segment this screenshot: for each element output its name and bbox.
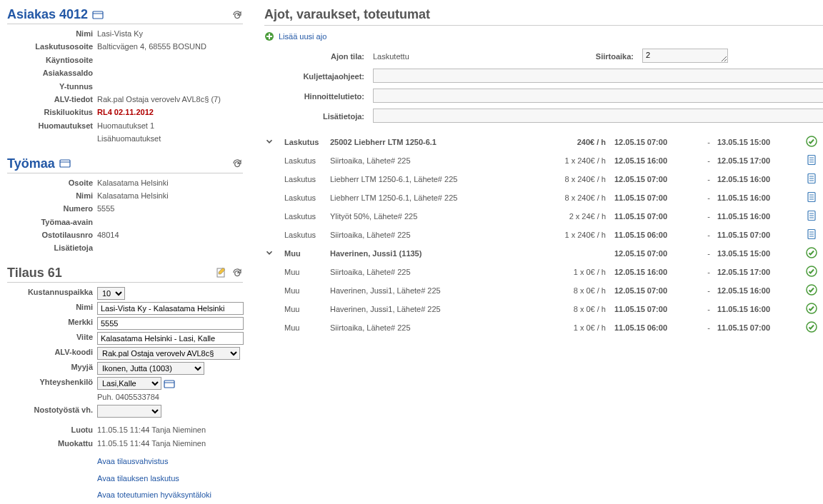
right-title: Ajot, varaukset, toteutumat bbox=[264, 7, 823, 26]
refresh-icon[interactable] bbox=[231, 9, 243, 21]
description: Ylityöt 50%, Lähete# 225 bbox=[330, 212, 544, 221]
dash: - bbox=[703, 268, 714, 276]
lisa-input[interactable] bbox=[373, 109, 823, 123]
document-icon[interactable] bbox=[806, 191, 820, 204]
nimi-input[interactable] bbox=[97, 302, 244, 315]
plus-icon[interactable] bbox=[264, 31, 274, 41]
alv-select[interactable]: Rak.pal Ostaja verovelv AVL8c§ bbox=[97, 347, 240, 360]
open-confirm-link[interactable]: Avaa tilausvahvistus bbox=[97, 456, 243, 467]
kustannus-select[interactable]: 10 bbox=[97, 287, 125, 300]
type: Laskutus bbox=[284, 193, 327, 202]
ajot-row: LaskutusSiirtoaika, Lähete# 2251 x 240€ … bbox=[264, 226, 823, 244]
type: Laskutus bbox=[284, 138, 327, 146]
end-date: 11.05.15 16:00 bbox=[717, 305, 803, 313]
value: 11.05.15 11:44 Tanja Nieminen bbox=[97, 438, 243, 449]
label: Hinnoittelutieto: bbox=[264, 92, 364, 101]
start-date: 12.05.15 16:00 bbox=[614, 268, 700, 276]
ajot-row: LaskutusSiirtoaika, Lähete# 2251 x 240€ … bbox=[264, 151, 823, 170]
start-date: 12.05.15 07:00 bbox=[614, 138, 700, 146]
kulj-input[interactable] bbox=[373, 69, 823, 83]
rate: 240€ / h bbox=[547, 138, 612, 146]
label: Laskutusosoite bbox=[7, 41, 97, 52]
card-icon[interactable] bbox=[92, 9, 104, 21]
value bbox=[97, 217, 243, 228]
label: Riskiluokitus bbox=[7, 107, 97, 118]
description: Haverinen, Jussi1, Lähete# 225 bbox=[330, 305, 544, 313]
viite-input[interactable] bbox=[97, 332, 244, 345]
start-date: 12.05.15 07:00 bbox=[614, 175, 700, 183]
label: Muokattu bbox=[7, 438, 97, 449]
risk-value: RL4 02.11.2012 bbox=[97, 107, 243, 118]
rate: 1 x 240€ / h bbox=[547, 231, 612, 239]
card-icon[interactable] bbox=[164, 378, 175, 390]
rate: 1 x 0€ / h bbox=[547, 268, 612, 276]
siirto-input[interactable] bbox=[642, 49, 728, 63]
end-date: 11.05.15 07:00 bbox=[717, 231, 803, 239]
approved-icon[interactable] bbox=[806, 303, 820, 316]
value: Lisähuomautukset bbox=[97, 133, 243, 144]
type: Laskutus bbox=[284, 175, 327, 183]
ajot-row: LaskutusLiebherr LTM 1250-6.1, Lähete# 2… bbox=[264, 170, 823, 188]
label: Nostotyöstä vh. bbox=[7, 405, 97, 418]
dash: - bbox=[703, 249, 714, 258]
chevron-down-icon[interactable] bbox=[264, 248, 281, 259]
label: Nimi bbox=[7, 302, 97, 315]
approved-icon[interactable] bbox=[806, 136, 820, 148]
edit-icon[interactable] bbox=[216, 267, 227, 278]
label: Huomautukset bbox=[7, 121, 97, 131]
myyja-select[interactable]: Ikonen, Jutta (1003) bbox=[97, 362, 204, 375]
document-icon[interactable] bbox=[806, 210, 820, 223]
dash: - bbox=[703, 212, 714, 221]
label: Luotu bbox=[7, 425, 97, 435]
label: Siirtoaika: bbox=[577, 52, 634, 61]
label: Y-tunnus bbox=[7, 81, 97, 92]
description: Liebherr LTM 1250-6.1, Lähete# 225 bbox=[330, 175, 544, 183]
document-icon[interactable] bbox=[806, 173, 820, 186]
rate: 8 x 240€ / h bbox=[547, 175, 612, 183]
hinn-input[interactable] bbox=[373, 89, 823, 103]
approved-icon[interactable] bbox=[806, 321, 820, 334]
value: Rak.pal Ostaja verovelv AVL8c§ (7) bbox=[97, 94, 243, 105]
type: Muu bbox=[284, 286, 327, 295]
value: 5555 bbox=[97, 203, 243, 214]
description: Siirtoaika, Lähete# 225 bbox=[330, 323, 544, 332]
description: Siirtoaika, Lähete# 225 bbox=[330, 156, 544, 165]
description: 25002 Liebherr LTM 1250-6.1 bbox=[330, 138, 544, 146]
refresh-icon[interactable] bbox=[231, 158, 243, 169]
merkki-input[interactable] bbox=[97, 317, 244, 330]
yhteys-select[interactable]: Lasi,Kalle bbox=[97, 377, 161, 390]
start-date: 11.05.15 06:00 bbox=[614, 231, 700, 239]
site-title: Työmaa bbox=[7, 156, 71, 171]
label: Osoite bbox=[7, 178, 97, 188]
refresh-icon[interactable] bbox=[231, 267, 243, 278]
document-icon[interactable] bbox=[806, 228, 820, 241]
phone: Puh. 0405533784 bbox=[97, 392, 243, 403]
value bbox=[97, 243, 243, 253]
approved-icon[interactable] bbox=[806, 284, 820, 297]
start-date: 11.05.15 07:00 bbox=[614, 212, 700, 221]
label: Käyntiosoite bbox=[7, 55, 97, 66]
open-billing-link[interactable]: Avaa tilauksen laskutus bbox=[97, 473, 243, 484]
svg-rect-0 bbox=[93, 11, 103, 19]
nosto-select[interactable] bbox=[97, 405, 161, 418]
approved-icon[interactable] bbox=[806, 247, 820, 260]
start-date: 11.05.15 07:00 bbox=[614, 305, 700, 313]
value: 11.05.15 11:44 Tanja Nieminen bbox=[97, 425, 243, 435]
description: Siirtoaika, Lähete# 225 bbox=[330, 268, 544, 276]
type: Laskutus bbox=[284, 231, 327, 239]
dash: - bbox=[703, 286, 714, 295]
card-icon[interactable] bbox=[59, 158, 71, 169]
approved-icon[interactable] bbox=[806, 266, 820, 278]
dash: - bbox=[703, 156, 714, 165]
label: Numero bbox=[7, 203, 97, 214]
chevron-down-icon[interactable] bbox=[264, 136, 281, 148]
tila-value: Laskutettu bbox=[373, 52, 568, 61]
open-approval-link[interactable]: Avaa toteutumien hyväksyntäloki bbox=[97, 490, 243, 500]
description: Haverinen, Jussi1, Lähete# 225 bbox=[330, 286, 544, 295]
svg-rect-5 bbox=[164, 380, 174, 388]
add-drive-link[interactable]: Lisää uusi ajo bbox=[279, 32, 326, 41]
label: Viite bbox=[7, 332, 97, 345]
end-date: 13.05.15 15:00 bbox=[717, 138, 803, 146]
ajot-row: Laskutus25002 Liebherr LTM 1250-6.1240€ … bbox=[264, 133, 823, 151]
document-icon[interactable] bbox=[806, 154, 820, 167]
